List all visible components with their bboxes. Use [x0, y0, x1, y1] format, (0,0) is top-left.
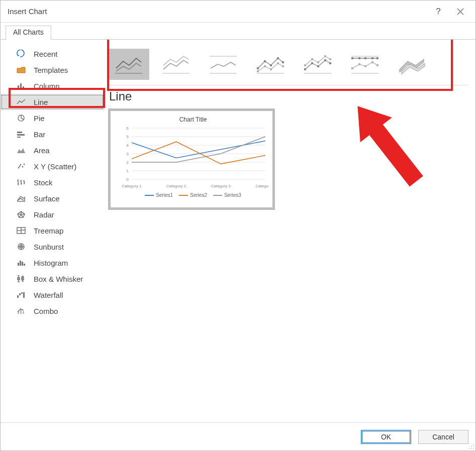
svg-rect-43 [329, 62, 331, 64]
category-stock[interactable]: Stock [1, 174, 104, 190]
svg-rect-17 [20, 261, 21, 266]
svg-point-82 [471, 448, 472, 449]
svg-rect-52 [371, 57, 373, 59]
svg-rect-42 [324, 59, 326, 61]
dialog-body: Recent Templates Column Line Pie Bar [1, 40, 475, 422]
subtype-stacked-line[interactable] [155, 49, 197, 80]
svg-point-9 [22, 166, 24, 168]
cancel-button[interactable]: Cancel [418, 430, 468, 444]
category-label: Stock [34, 178, 53, 187]
category-scatter[interactable]: X Y (Scatter) [1, 158, 104, 174]
area-icon [16, 146, 27, 155]
svg-text:0: 0 [127, 177, 129, 182]
resize-grip[interactable] [467, 442, 474, 449]
close-icon [457, 8, 464, 15]
svg-rect-47 [324, 55, 326, 57]
svg-point-83 [473, 448, 474, 449]
category-treemap[interactable]: Treemap [1, 222, 104, 239]
category-area[interactable]: Area [1, 142, 104, 158]
chart-preview[interactable]: Chart Title 0123456Category 1Category 2C… [108, 108, 275, 210]
category-label: Bar [34, 130, 45, 139]
svg-rect-23 [19, 293, 21, 295]
category-recent[interactable]: Recent [1, 46, 104, 62]
svg-rect-51 [364, 57, 366, 59]
titlebar: Insert Chart ? [1, 1, 475, 23]
svg-rect-0 [18, 85, 19, 89]
category-label: Sunburst [34, 243, 64, 251]
svg-rect-34 [257, 70, 259, 72]
help-button[interactable]: ? [427, 3, 449, 21]
svg-text:Category 1: Category 1 [122, 184, 142, 188]
svg-text:Category 2: Category 2 [166, 184, 186, 188]
category-label: Area [34, 146, 50, 155]
subtype-100-stacked-line-markers[interactable] [344, 49, 386, 80]
svg-point-11 [19, 166, 21, 167]
svg-rect-4 [17, 132, 22, 133]
ok-button[interactable]: OK [361, 430, 411, 444]
category-label: Recent [34, 50, 58, 58]
svg-rect-48 [329, 58, 331, 60]
svg-rect-16 [18, 263, 19, 266]
subtype-line[interactable] [108, 49, 149, 80]
category-waterfall[interactable]: Waterfall [1, 287, 104, 303]
svg-point-10 [24, 164, 25, 165]
category-radar[interactable]: Radar [1, 206, 104, 222]
tab-label: All Charts [13, 28, 44, 36]
category-pie[interactable]: Pie [1, 110, 104, 126]
svg-text:5: 5 [127, 135, 129, 139]
templates-icon [16, 65, 27, 74]
svg-rect-45 [311, 58, 313, 60]
legend-series3: Series3 [224, 192, 241, 198]
svg-rect-5 [17, 134, 25, 136]
combo-icon [16, 306, 27, 315]
category-bar[interactable]: Bar [1, 126, 104, 142]
category-label: Histogram [34, 259, 68, 267]
category-combo[interactable]: Combo [1, 303, 104, 319]
column-icon [16, 81, 27, 90]
svg-rect-53 [376, 57, 378, 59]
chart-category-list: Recent Templates Column Line Pie Bar [1, 43, 104, 422]
category-templates[interactable]: Templates [1, 62, 104, 78]
box-whisker-icon [16, 274, 27, 283]
category-label: Column [34, 82, 60, 90]
category-label: Radar [34, 210, 54, 219]
svg-rect-57 [371, 61, 373, 63]
radar-icon [16, 210, 27, 219]
line-icon [16, 97, 27, 106]
tab-strip: All Charts [1, 23, 475, 40]
close-button[interactable] [449, 3, 471, 21]
category-surface[interactable]: Surface [1, 190, 104, 206]
insert-chart-dialog: Insert Chart ? All Charts Recent Templat… [0, 0, 476, 451]
histogram-icon [16, 258, 27, 267]
category-sunburst[interactable]: Sunburst [1, 239, 104, 255]
subtype-line-markers[interactable] [250, 49, 291, 80]
svg-rect-36 [270, 68, 272, 70]
tab-all-charts[interactable]: All Charts [6, 26, 51, 40]
subtype-100-stacked-line[interactable] [203, 49, 244, 80]
stock-icon [16, 178, 27, 187]
category-label: Line [34, 98, 48, 106]
svg-rect-30 [264, 60, 266, 62]
subtype-stacked-line-markers[interactable] [297, 49, 338, 80]
category-line[interactable]: Line [1, 94, 104, 110]
category-column[interactable]: Column [1, 78, 104, 94]
svg-rect-55 [358, 63, 360, 65]
svg-text:2: 2 [127, 160, 129, 165]
treemap-icon [16, 226, 27, 235]
recent-icon [16, 49, 27, 58]
svg-rect-46 [317, 61, 319, 63]
chart-subtype-row [108, 49, 467, 80]
svg-rect-19 [24, 264, 25, 266]
category-boxwhisker[interactable]: Box & Whisker [1, 271, 104, 287]
category-label: Treemap [34, 227, 63, 235]
pie-icon [16, 114, 27, 123]
subtype-3d-line[interactable] [392, 49, 433, 80]
svg-rect-1 [20, 83, 22, 89]
svg-point-79 [471, 446, 472, 447]
waterfall-icon [16, 290, 27, 299]
svg-rect-31 [270, 64, 272, 66]
svg-rect-25 [23, 292, 25, 298]
category-histogram[interactable]: Histogram [1, 255, 104, 271]
svg-rect-41 [317, 65, 319, 67]
category-label: Box & Whisker [34, 275, 83, 283]
